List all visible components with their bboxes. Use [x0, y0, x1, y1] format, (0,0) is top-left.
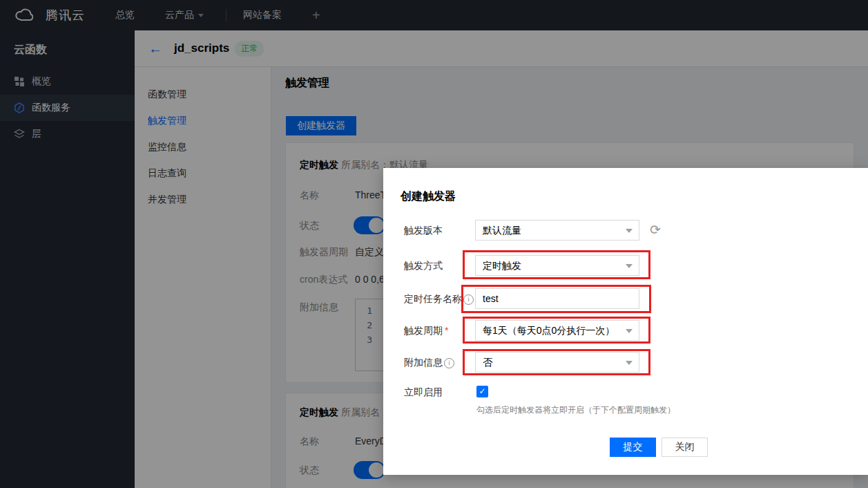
- task-name-input[interactable]: [475, 288, 639, 309]
- info-icon[interactable]: i: [444, 358, 454, 368]
- required-asterisk: *: [445, 325, 448, 336]
- trigger-version-select[interactable]: 默认流量: [475, 220, 639, 241]
- close-button[interactable]: 关闭: [662, 438, 708, 457]
- trigger-period-select[interactable]: 每1天（每天0点0分执行一次）: [475, 320, 639, 341]
- field-label: 立即启用: [404, 386, 443, 399]
- enable-note: 勾选后定时触发器将立即开启（于下个配置周期触发）: [476, 404, 675, 416]
- trigger-type-select[interactable]: 定时触发: [475, 255, 639, 276]
- create-trigger-modal: 创建触发器 触发版本 默认流量 ⟳ 触发方式 定时触发 定时任务名称i* 触发周…: [383, 168, 868, 475]
- chevron-down-icon: [626, 264, 633, 268]
- submit-button[interactable]: 提交: [610, 438, 656, 457]
- extra-info-select[interactable]: 否: [475, 352, 639, 373]
- info-icon[interactable]: i: [463, 294, 474, 305]
- chevron-down-icon: [626, 329, 633, 333]
- modal-title: 创建触发器: [401, 189, 456, 204]
- chevron-down-icon: [626, 361, 633, 365]
- chevron-down-icon: [626, 229, 633, 233]
- enable-checkbox[interactable]: ✓: [476, 386, 488, 397]
- refresh-icon[interactable]: ⟳: [647, 222, 664, 238]
